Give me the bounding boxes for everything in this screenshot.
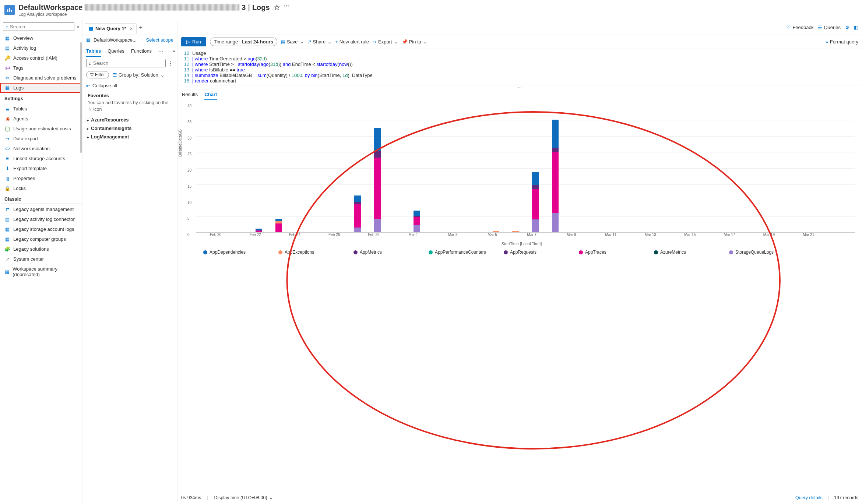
legend-item[interactable]: StorageQueueLogs [729,250,795,255]
bar-segment [256,230,262,232]
tables-search-input[interactable]: ⌕ [86,59,166,67]
nav-item-diagnose[interactable]: ✂Diagnose and solve problems [0,73,82,83]
panel-icon[interactable]: ◧ [854,25,858,30]
more-tabs-icon[interactable]: ⋯ [158,48,164,57]
x-tick: Mar 1 [409,233,418,237]
legend-item[interactable]: AzureMetrics [654,250,720,255]
nav-item-agents[interactable]: ◉Agents [0,114,82,124]
format-query-button[interactable]: ≡Format query [826,39,858,45]
tree-node[interactable]: ContainerInsights [85,124,175,133]
bar[interactable] [493,231,499,232]
nav-item-activity[interactable]: ▤Activity log [0,43,82,53]
nav-item-tags[interactable]: 🏷Tags [0,63,82,73]
tab-functions[interactable]: Functions [131,48,152,57]
tree-node[interactable]: AzureResources [85,116,175,124]
drag-handle[interactable]: ⋯ [177,85,862,89]
legend-item[interactable]: AppDependencies [203,250,270,255]
bar-segment [354,228,361,232]
legend-swatch [353,250,358,254]
new-tab-button[interactable]: + [139,24,142,31]
chevron-down-icon [394,39,398,45]
x-tick: Mar 3 [448,233,458,237]
nav-label: Legacy computer groups [13,236,66,242]
share-button[interactable]: ↗Share [307,39,332,45]
settings-icon[interactable]: ⚙ [845,25,849,30]
new-alert-button[interactable]: +New alert rule [335,39,369,45]
nav-item-locks[interactable]: 🔒Locks [0,183,82,193]
tree-node[interactable]: LogManagement [85,133,175,141]
nav-item-tables[interactable]: ≣Tables [0,104,82,114]
display-time-dropdown[interactable]: Display time (UTC+08:00) [214,495,273,500]
nav-item-exporttpl[interactable]: ⬇Export template [0,163,82,173]
close-tab-icon[interactable]: × [130,26,133,31]
nav-item-network[interactable]: <>Network isolation [0,144,82,154]
nav-item-iam[interactable]: 🔑Access control (IAM) [0,53,82,63]
nav-item-linked[interactable]: ≡Linked storage accounts [0,154,82,163]
bar[interactable] [512,231,519,232]
query-details-link[interactable]: Query details [795,495,823,500]
bar[interactable] [275,219,282,232]
select-scope-link[interactable]: Select scope [146,37,173,43]
timerange-picker[interactable]: Time range : Last 24 hours [210,38,277,46]
tab-queries[interactable]: Queries [108,48,124,57]
nav-label: Access control (IAM) [13,55,57,61]
legend-item[interactable]: AppRequests [504,250,570,255]
nav-item-legacygroups[interactable]: ▦Legacy computer groups [0,234,82,244]
bar[interactable] [374,128,381,232]
query-editor[interactable]: 10Usage11| where TimeGenerated > ago(32d… [177,49,862,85]
nav-item-legacyactivity[interactable]: ▤Legacy activity log connector [0,214,82,224]
favorite-icon[interactable] [274,3,280,12]
legend-item[interactable]: AppExceptions [278,250,345,255]
filter-button[interactable]: ▽Filter [86,71,109,78]
svg-rect-1 [9,8,10,12]
nav-item-dataexport[interactable]: ↪Data export [0,134,82,144]
legend-swatch [203,250,207,254]
feedback-button[interactable]: ♡Feedback [787,25,813,30]
bar[interactable] [354,195,361,232]
query-tab[interactable]: ▦ New Query 1* × [85,23,137,34]
nav-item-legacystorage[interactable]: ▦Legacy storage account logs [0,224,82,234]
bar-segment [414,217,420,225]
bar[interactable] [532,172,539,232]
y-tick: 25 [187,152,191,156]
more-actions-icon[interactable]: ⋯ [284,3,289,12]
chevron-down-icon [268,495,273,500]
nav-search-input[interactable]: ⌕ [3,22,74,31]
tab-results[interactable]: Results [182,92,198,100]
tab-chart[interactable]: Chart [204,92,217,100]
logs-icon: ▦ [4,85,10,91]
bar[interactable] [414,211,420,232]
nav-item-systemcenter[interactable]: ↗System center [0,254,82,264]
exporttpl-icon: ⬇ [4,166,10,171]
legend-item[interactable]: AppMetrics [353,250,420,255]
nav-item-overview[interactable]: ▦Overview [0,33,82,43]
nav-item-legacysolutions[interactable]: 🧩Legacy solutions [0,244,82,254]
legend-item[interactable]: AppTraces [579,250,645,255]
scrollbar[interactable] [80,42,82,153]
legacysolutions-icon: 🧩 [4,246,10,252]
save-button[interactable]: ▤Save [281,39,304,45]
groupby-dropdown[interactable]: ☰ Group by: Solution [113,72,164,78]
pin-button[interactable]: 📌Pin to [402,39,427,45]
collapse-nav-icon[interactable] [77,24,79,29]
nav-label: Network isolation [13,146,50,151]
overview-icon: ▦ [4,35,10,41]
tab-tables[interactable]: Tables [86,48,101,57]
x-tick: Mar 9 [567,233,576,237]
nav-label: Linked storage accounts [13,156,65,161]
bar[interactable] [256,229,262,232]
queries-button[interactable]: ☷Queries [818,25,841,30]
run-button[interactable]: ▷Run [181,37,206,46]
nav-item-props[interactable]: |||Properties [0,173,82,183]
legend-item[interactable]: AppPerformanceCounters [429,250,495,255]
collapse-all-button[interactable]: ⇤ Collapse all [82,80,177,91]
nav-item-usage[interactable]: ◯Usage and estimated costs [0,124,82,134]
nav-item-logs[interactable]: ▦Logs [0,83,82,93]
bar[interactable] [552,120,559,232]
search-more-icon[interactable]: ⋮ [168,60,173,66]
nav-item-wssummary[interactable]: ▦Workspace summary (deprecated) [0,264,82,279]
export-button[interactable]: ↦Export [373,39,398,45]
nav-item-legacyagents[interactable]: ⇄Legacy agents management [0,204,82,214]
collapse-panel-icon[interactable] [173,48,175,57]
scope-name: DefaultWorkspace... [94,37,137,43]
